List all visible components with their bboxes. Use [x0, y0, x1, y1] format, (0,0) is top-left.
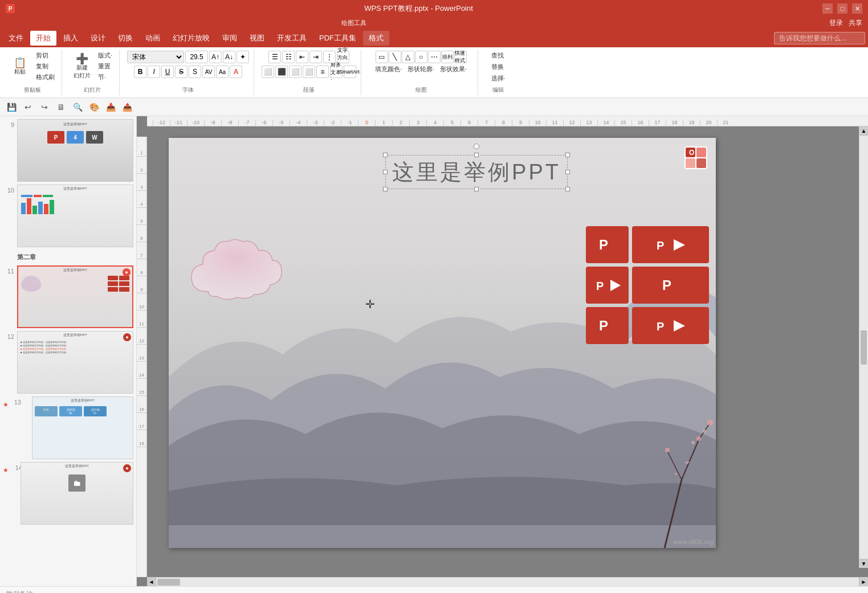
cut-btn[interactable]: 剪切: [34, 51, 57, 60]
shape-effect-btn[interactable]: 形状效果·: [438, 64, 469, 74]
shape-outline-btn[interactable]: 形状轮廓·: [405, 64, 437, 74]
paste-btn[interactable]: 📋 粘贴: [7, 56, 32, 77]
indent-decrease-btn[interactable]: ⇤: [296, 51, 308, 63]
fill-color-btn[interactable]: 填充颜色·: [373, 64, 404, 74]
qa-btn3[interactable]: 🎨: [87, 100, 101, 114]
bold-btn[interactable]: B: [134, 66, 146, 78]
title-selection-box[interactable]: 这里是举例PPT: [385, 155, 568, 189]
menu-home[interactable]: 开始: [30, 31, 56, 46]
slide-img-13[interactable]: 这里是举例PPT 开关 找到选项· 进行操作·: [32, 396, 133, 459]
handle-bl[interactable]: [383, 187, 388, 191]
arrange-btn[interactable]: 排列: [441, 51, 454, 63]
redo-btn[interactable]: ↪: [38, 100, 51, 114]
smartart-btn[interactable]: SmartArt·: [344, 66, 356, 78]
underline-btn[interactable]: U: [161, 66, 174, 78]
slide-img-10[interactable]: 这里是举例PPT: [17, 185, 133, 247]
slide-thumb-13[interactable]: ★ 13 这里是举例PPT 开关 找到选项· 进行操作·: [3, 396, 133, 459]
menu-review[interactable]: 审阅: [217, 31, 243, 46]
handle-tr[interactable]: [565, 153, 570, 157]
qa-btn2[interactable]: 🔍: [71, 100, 84, 114]
slide-img-14[interactable]: ● 这里是举例PPT 🖿: [21, 462, 133, 525]
ppt-icon-1[interactable]: P: [586, 226, 629, 263]
font-color-btn[interactable]: A: [230, 66, 242, 78]
find-btn[interactable]: 查找: [489, 51, 508, 60]
justify-btn[interactable]: ⬜: [303, 66, 315, 78]
slide-img-12[interactable]: ● 这里是举例PPT ■ 这是是举例文字内容。这是是举例文字内容。 ■ 这是是举…: [17, 331, 133, 394]
qa-btn1[interactable]: 🖥: [54, 100, 68, 114]
shape-more-btn[interactable]: ⋯: [428, 51, 441, 63]
shape-line-btn[interactable]: ╲: [389, 51, 401, 63]
align-right-btn[interactable]: ⬜: [289, 66, 301, 78]
shape-rect-btn[interactable]: ▭: [376, 51, 388, 63]
section-btn[interactable]: 节·: [96, 72, 115, 82]
font-name-select[interactable]: 宋体: [127, 51, 184, 63]
menu-view[interactable]: 视图: [244, 31, 270, 46]
clear-format-btn[interactable]: ✦: [237, 51, 249, 63]
ppt-icon-2[interactable]: P: [632, 226, 709, 263]
align-center-btn[interactable]: ⬛: [275, 66, 288, 78]
decrease-font-btn[interactable]: A↓: [223, 51, 235, 63]
ppt-icon-5[interactable]: P: [586, 307, 629, 344]
slide-thumb-11[interactable]: 11 ● 这里是举例PPT: [3, 265, 133, 328]
align-left-btn[interactable]: ⬜: [262, 66, 274, 78]
ppt-icon-4[interactable]: P: [632, 267, 709, 304]
handle-bm[interactable]: [474, 187, 479, 191]
handle-rotate[interactable]: [474, 144, 479, 149]
slide-img-9[interactable]: 这里是举例PPT P 4 W: [17, 119, 133, 182]
h-scrollbar[interactable]: ◄ ►: [147, 577, 868, 586]
slide-thumb-12[interactable]: 12 ● 这里是举例PPT ■ 这是是举例文字内容。这是是举例文字内容。 ■ 这…: [3, 331, 133, 394]
ppt-icon-3[interactable]: P: [586, 267, 629, 304]
italic-btn[interactable]: I: [148, 66, 160, 78]
qa-btn4[interactable]: 📥: [104, 100, 117, 114]
bullet-list-btn[interactable]: ☰: [268, 51, 281, 63]
reset-btn[interactable]: 重置: [96, 62, 115, 71]
menu-slideshow[interactable]: 幻灯片放映: [167, 31, 215, 46]
copy-btn[interactable]: 复制: [34, 62, 57, 71]
new-slide-btn[interactable]: ➕ 新建 幻灯片: [70, 52, 95, 81]
ppt-icon-6[interactable]: P: [632, 307, 709, 344]
font-case-btn[interactable]: Aa: [216, 66, 229, 78]
handle-tm[interactable]: [474, 153, 479, 157]
undo-btn[interactable]: ↩: [21, 100, 35, 114]
slide-thumb-10[interactable]: 10 这里是举例PPT: [3, 185, 133, 247]
menu-insert[interactable]: 插入: [58, 31, 84, 46]
maximize-btn[interactable]: □: [837, 3, 847, 14]
handle-br[interactable]: [565, 187, 570, 191]
layout-btn[interactable]: 版式·: [96, 51, 115, 60]
menu-devtools[interactable]: 开发工具: [271, 31, 312, 46]
search-input[interactable]: [774, 32, 865, 44]
slide-thumb-14[interactable]: ★ 14 ● 这里是举例PPT 🖿: [3, 462, 133, 525]
quick-styles-btn[interactable]: 快速样式: [454, 51, 467, 63]
menu-animation[interactable]: 动画: [140, 31, 166, 46]
handle-mr[interactable]: [565, 170, 570, 174]
select-btn[interactable]: 选择·: [489, 73, 508, 83]
menu-format[interactable]: 格式: [363, 31, 389, 46]
shape-triangle-btn[interactable]: △: [402, 51, 414, 63]
close-btn[interactable]: ✕: [852, 3, 862, 14]
handle-tl[interactable]: [383, 153, 388, 157]
slide-canvas-wrapper[interactable]: 这里是举例PPT ✛: [157, 126, 868, 577]
menu-file[interactable]: 文件: [3, 31, 29, 46]
handle-ml[interactable]: [383, 170, 388, 174]
v-scrollbar[interactable]: ▲ ▼: [859, 126, 868, 568]
cloud-shape[interactable]: [180, 235, 294, 314]
menu-design[interactable]: 设计: [85, 31, 111, 46]
font-spacing-btn[interactable]: AV: [202, 66, 215, 78]
save-btn[interactable]: 💾: [5, 100, 18, 114]
shape-circle-btn[interactable]: ○: [415, 51, 427, 63]
minimize-btn[interactable]: ─: [822, 3, 833, 14]
slide-thumb-9[interactable]: 9 这里是举例PPT P 4 W: [3, 119, 133, 182]
indent-increase-btn[interactable]: ⇥: [309, 51, 322, 63]
shadow-btn[interactable]: S: [189, 66, 201, 78]
format-paint-btn[interactable]: 格式刷: [34, 72, 57, 82]
increase-font-btn[interactable]: A↑: [209, 51, 222, 63]
strikethrough-btn[interactable]: S: [175, 66, 188, 78]
line-spacing-btn[interactable]: ≡: [316, 66, 329, 78]
numbered-list-btn[interactable]: ☷: [282, 51, 295, 63]
replace-btn[interactable]: 替换: [489, 62, 508, 72]
slide-img-11[interactable]: ● 这里是举例PPT: [17, 265, 133, 328]
share-btn[interactable]: 共享: [849, 18, 862, 28]
menu-transition[interactable]: 切换: [112, 31, 138, 46]
menu-pdf[interactable]: PDF工具集: [313, 31, 362, 46]
login-btn[interactable]: 登录: [829, 18, 843, 28]
